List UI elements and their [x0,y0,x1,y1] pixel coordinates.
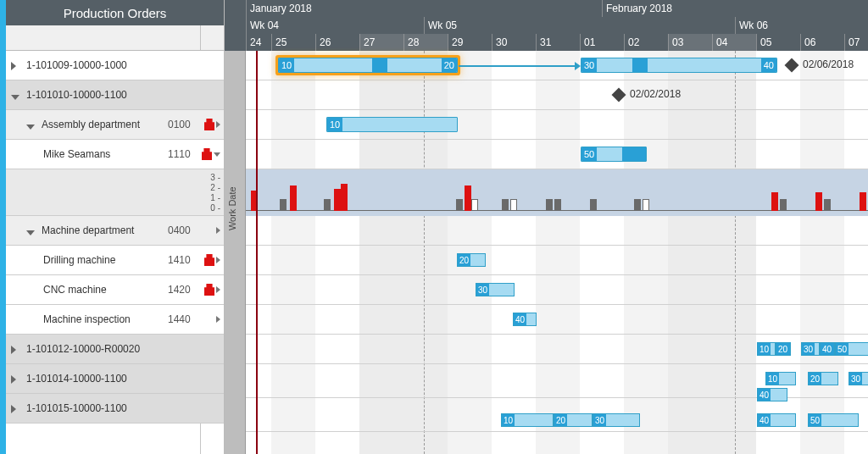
histogram-row: 3 - 2 - 1 - 0 - [6,169,224,216]
caret-closed-icon[interactable] [11,404,19,412]
resource-code: 1440 [168,313,198,325]
milestone-label: 02/02/2018 [630,88,681,100]
gantt-bar[interactable]: 10 [757,342,776,356]
gantt-bar[interactable]: 20 [457,253,486,267]
resource-code: 1420 [168,284,198,296]
timeline-header-cell: 28 [403,34,448,51]
dept-row[interactable]: Assembly department 0100 [6,110,224,140]
gantt-bar[interactable]: 30 [801,342,820,356]
timeline-header-cell: 27 [359,34,403,51]
gantt-lane [246,80,868,110]
timeline-header-cell: January 2018 [246,0,602,17]
order-row[interactable]: 1-101014-10000-1100 [6,364,224,394]
order-label: 1-101012-10000-R00020 [26,343,198,355]
gantt-bar[interactable]: 40 [820,342,835,356]
op-num: 20 [458,254,470,266]
work-date-label: Work Date [227,186,237,230]
gantt-bar[interactable]: 30 [476,283,515,296]
resource-label: CNC machine [43,284,168,296]
histogram-band [246,169,868,216]
dept-row[interactable]: Machine department 0400 [6,216,224,246]
op-num-end: 20 [442,58,457,72]
caret-open-icon[interactable] [11,91,19,99]
order-label: 1-101010-10000-1100 [26,89,198,101]
gantt-lane [246,246,868,275]
gantt-bar[interactable]: 50 [835,342,868,356]
order-tree: 1-101009-10000-1000 1-101010-10000-1100 … [6,51,224,454]
expand-icon[interactable] [216,121,220,128]
gantt-bar[interactable]: 20 [554,413,593,427]
timeline-header-cell: 06 [800,34,844,51]
timeline-header-cell: 24 [246,34,271,51]
milestone-label: 02/06/2018 [803,58,854,70]
expand-icon[interactable] [216,286,220,293]
app-root: Production Orders 1-101009-10000-1000 1-… [0,0,868,454]
caret-open-icon[interactable] [26,120,35,129]
gantt-bar[interactable]: 10 [326,117,458,132]
resource-icon[interactable] [204,284,214,296]
left-panel: Production Orders 1-101009-10000-1000 1-… [6,0,225,454]
timeline-header-cell: Wk 04 [246,17,424,34]
order-row[interactable]: 1-101010-10000-1100 [6,80,224,110]
caret-closed-icon[interactable] [11,61,19,69]
timeline-header-cell: 25 [271,34,315,51]
gantt-bar[interactable]: 10 20 [278,58,458,73]
resource-row[interactable]: CNC machine 1420 [6,275,224,305]
timeline-header: January 2018February 2018 Wk 04Wk 05Wk 0… [225,0,868,51]
gantt-bar[interactable]: 30 [849,372,868,385]
resource-row[interactable]: Mike Seamans 1110 [6,140,224,169]
gantt-bar[interactable]: 10 [501,413,554,427]
collapse-icon[interactable] [214,152,220,157]
timeline-header-cell: 26 [315,34,359,51]
gantt-bar[interactable]: 30 40 [581,58,777,73]
timeline-header-cell: 05 [756,34,800,51]
dept-label: Assembly department [42,119,168,130]
gantt-lane [246,140,868,169]
resource-row[interactable]: Machine inspection 1440 [6,305,224,335]
expand-icon[interactable] [216,227,220,234]
gantt-lane [246,305,868,335]
gantt-bar[interactable]: 40 [757,413,796,427]
expand-icon[interactable] [216,257,220,263]
resource-row[interactable]: Drilling machine 1410 [6,246,224,275]
histo-axis-labels: 3 - 2 - 1 - 0 - [210,173,220,213]
op-num-start: 10 [279,58,294,72]
gantt-bar[interactable]: 50 [808,413,859,427]
order-row[interactable]: 1-101015-10000-1100 [6,394,224,424]
resource-icon[interactable] [202,148,212,160]
op-num: 30 [476,284,489,296]
timeline-header-cell: Wk 05 [424,17,735,34]
resource-label: Drilling machine [43,254,168,266]
op-num: 40 [514,313,526,325]
left-panel-toolbar [6,25,224,51]
order-label: 1-101009-10000-1000 [26,59,198,71]
resource-icon[interactable] [204,254,214,266]
gantt-bar[interactable]: 40 [757,388,787,401]
expand-icon[interactable] [216,316,220,323]
resource-code: 1110 [168,148,198,160]
op-num: 10 [327,118,342,131]
order-row[interactable]: 1-101012-10000-R00020 [6,335,224,364]
timeline-header-cell: February 2018 [602,0,868,17]
today-line [256,51,258,454]
resource-label: Machine inspection [43,313,168,325]
gantt-bar[interactable]: 30 [593,413,640,427]
gantt-bar[interactable]: 40 [513,313,537,326]
gantt-bar[interactable]: 20 [776,342,791,356]
timeline-header-cell: 01 [580,34,624,51]
timeline-header-cell: 04 [712,34,756,51]
gantt-bar[interactable]: 50 [581,147,647,162]
timeline-body[interactable]: Work Date 10 20 30 40 02/06/2018 [225,51,868,454]
timeline-header-cell: 03 [668,34,712,51]
resource-label: Mike Seamans [43,148,168,160]
dept-code: 0400 [168,224,198,236]
resource-icon[interactable] [204,119,214,130]
gantt-timeline[interactable]: January 2018February 2018 Wk 04Wk 05Wk 0… [225,0,868,454]
gantt-bar[interactable]: 20 [808,372,838,385]
caret-open-icon[interactable] [26,226,35,235]
caret-closed-icon[interactable] [11,374,19,383]
order-label: 1-101014-10000-1100 [26,373,198,385]
order-row[interactable]: 1-101009-10000-1000 [6,51,224,80]
caret-closed-icon[interactable] [11,345,19,353]
gantt-bar[interactable]: 10 [765,372,796,385]
